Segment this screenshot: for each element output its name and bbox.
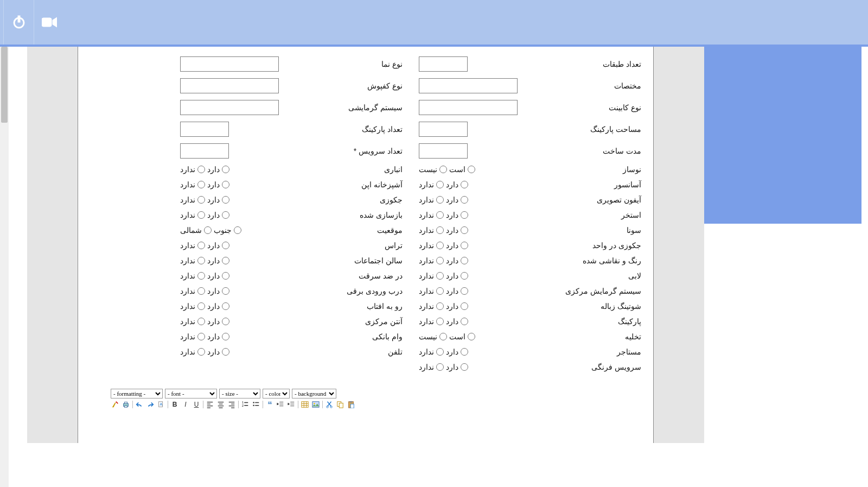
radio-input[interactable] <box>436 318 444 325</box>
radio-input[interactable] <box>197 211 205 219</box>
text-input[interactable] <box>180 56 279 72</box>
radio-input[interactable] <box>439 166 447 173</box>
radio-option[interactable]: دارد <box>446 195 468 204</box>
radio-input[interactable] <box>222 318 229 325</box>
radio-option[interactable]: است <box>449 332 475 341</box>
radio-input[interactable] <box>461 242 468 249</box>
align-left-icon[interactable] <box>206 400 214 409</box>
radio-input[interactable] <box>222 242 229 249</box>
radio-option[interactable]: دارد <box>207 332 229 341</box>
indent-icon[interactable] <box>287 400 296 409</box>
radio-option[interactable]: دارد <box>446 363 468 371</box>
radio-option[interactable]: دارد <box>207 241 229 250</box>
radio-option[interactable]: ندارد <box>419 347 444 356</box>
radio-input[interactable] <box>461 302 468 310</box>
radio-option[interactable]: دارد <box>207 165 229 174</box>
image-icon[interactable] <box>311 400 320 409</box>
radio-option[interactable]: دارد <box>207 347 229 356</box>
radio-option[interactable]: ندارد <box>419 256 444 265</box>
radio-option[interactable]: دارد <box>446 241 468 250</box>
radio-option[interactable]: ندارد <box>180 165 205 174</box>
text-input[interactable] <box>419 56 468 72</box>
radio-option[interactable]: دارد <box>446 180 468 189</box>
underline-icon[interactable]: U <box>192 400 201 409</box>
radio-option[interactable]: دارد <box>207 317 229 326</box>
radio-option[interactable]: دارد <box>446 317 468 326</box>
text-input[interactable] <box>419 143 468 159</box>
radio-input[interactable] <box>197 287 205 295</box>
scrollbar-thumb[interactable] <box>1 47 8 123</box>
radio-input[interactable] <box>461 348 468 356</box>
radio-input[interactable] <box>461 211 468 219</box>
undo-icon[interactable] <box>135 400 144 409</box>
radio-option[interactable]: دارد <box>207 256 229 265</box>
radio-input[interactable] <box>439 333 447 340</box>
clear-format-icon[interactable] <box>111 400 119 409</box>
radio-input[interactable] <box>222 166 229 173</box>
paste-text-icon[interactable]: A <box>157 400 165 409</box>
bold-icon[interactable]: B <box>170 400 179 409</box>
radio-input[interactable] <box>436 272 444 280</box>
text-input[interactable] <box>180 78 279 93</box>
radio-option[interactable]: است <box>449 165 475 174</box>
radio-option[interactable]: نیست <box>419 165 447 174</box>
radio-input[interactable] <box>461 257 468 264</box>
radio-input[interactable] <box>222 196 229 204</box>
radio-input[interactable] <box>436 287 444 295</box>
radio-input[interactable] <box>197 348 205 356</box>
radio-input[interactable] <box>222 257 229 264</box>
radio-option[interactable]: ندارد <box>419 287 444 295</box>
radio-input[interactable] <box>222 333 229 340</box>
editor-size-select[interactable]: - size - <box>219 389 260 399</box>
radio-input[interactable] <box>436 257 444 264</box>
radio-option[interactable]: ندارد <box>180 347 205 356</box>
radio-option[interactable]: دارد <box>446 226 468 235</box>
radio-option[interactable]: ندارد <box>180 271 205 280</box>
text-input[interactable] <box>419 100 518 115</box>
radio-input[interactable] <box>436 242 444 249</box>
radio-option[interactable]: دارد <box>207 271 229 280</box>
radio-input[interactable] <box>222 348 229 356</box>
redo-icon[interactable] <box>146 400 155 409</box>
radio-option[interactable]: ندارد <box>419 317 444 326</box>
radio-input[interactable] <box>222 287 229 295</box>
radio-option[interactable]: دارد <box>446 347 468 356</box>
table-icon[interactable] <box>301 400 309 409</box>
radio-input[interactable] <box>461 287 468 295</box>
radio-input[interactable] <box>461 318 468 325</box>
radio-input[interactable] <box>436 196 444 204</box>
radio-option[interactable]: دارد <box>207 287 229 295</box>
radio-option[interactable]: دارد <box>207 195 229 204</box>
radio-input[interactable] <box>197 196 205 204</box>
radio-input[interactable] <box>204 226 212 234</box>
radio-input[interactable] <box>197 181 205 188</box>
radio-input[interactable] <box>197 166 205 173</box>
radio-input[interactable] <box>222 211 229 219</box>
radio-input[interactable] <box>436 363 444 371</box>
radio-option[interactable]: ندارد <box>180 241 205 250</box>
radio-option[interactable]: دارد <box>446 256 468 265</box>
unordered-list-icon[interactable] <box>252 400 260 409</box>
radio-input[interactable] <box>468 333 475 340</box>
text-input[interactable] <box>180 122 229 137</box>
radio-option[interactable]: ندارد <box>180 195 205 204</box>
cut-icon[interactable] <box>325 400 334 409</box>
radio-option[interactable]: ندارد <box>419 271 444 280</box>
radio-option[interactable]: نیست <box>419 332 447 341</box>
radio-input[interactable] <box>197 333 205 340</box>
radio-input[interactable] <box>197 318 205 325</box>
radio-option[interactable]: ندارد <box>180 317 205 326</box>
align-right-icon[interactable] <box>227 400 236 409</box>
radio-input[interactable] <box>222 272 229 280</box>
editor-background-select[interactable]: - background - <box>292 389 336 399</box>
radio-option[interactable]: ندارد <box>419 241 444 250</box>
radio-option[interactable]: ندارد <box>180 302 205 311</box>
radio-input[interactable] <box>461 363 468 371</box>
radio-input[interactable] <box>461 181 468 188</box>
radio-input[interactable] <box>468 166 475 173</box>
radio-option[interactable]: ندارد <box>180 287 205 295</box>
radio-input[interactable] <box>436 211 444 219</box>
radio-option[interactable]: ندارد <box>180 180 205 189</box>
radio-input[interactable] <box>197 302 205 310</box>
copy-icon[interactable] <box>336 400 344 409</box>
